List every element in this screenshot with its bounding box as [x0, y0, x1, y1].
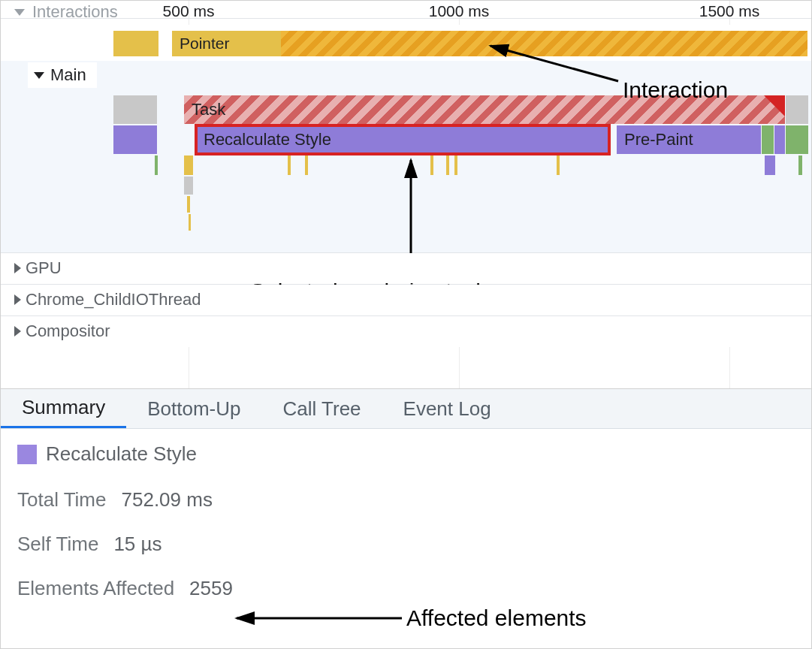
flame-block[interactable] [113, 95, 157, 124]
summary-title: Recalculate Style [17, 442, 795, 466]
interaction-event[interactable] [113, 31, 158, 56]
ruler-tick: 1500 ms [699, 2, 760, 20]
summary-label: Elements Affected [17, 577, 174, 600]
flame-block[interactable] [155, 155, 158, 175]
flame-block[interactable] [786, 125, 808, 154]
flame-block[interactable] [774, 125, 785, 154]
color-swatch-purple [17, 445, 37, 464]
chevron-right-icon [14, 326, 21, 337]
summary-value: 752.09 ms [122, 488, 213, 512]
summary-value: 15 µs [113, 533, 161, 556]
summary-row: Total Time 752.09 ms [17, 488, 795, 512]
gpu-track[interactable]: GPU [1, 252, 811, 284]
flame-block[interactable] [184, 155, 193, 175]
flame-label: Pre-Paint [624, 130, 693, 149]
chevron-down-icon [34, 72, 44, 79]
flame-block[interactable] [798, 155, 802, 175]
tab-call-tree[interactable]: Call Tree [262, 389, 382, 428]
task-label: Task [192, 100, 225, 119]
compositor-track[interactable]: Compositor [1, 315, 811, 347]
flame-block[interactable] [288, 155, 291, 175]
flame-block[interactable] [765, 155, 775, 175]
summary-row: Elements Affected 2559 [17, 577, 795, 600]
child-io-track[interactable]: Chrome_ChildIOThread [1, 284, 811, 315]
flame-block-recalculate-style[interactable]: Recalculate Style [196, 125, 609, 154]
flame-block[interactable] [786, 95, 808, 124]
summary-event-name: Recalculate Style [46, 442, 197, 466]
flame-block[interactable] [557, 155, 560, 175]
interaction-event-pointer[interactable]: Pointer [172, 31, 281, 56]
flame-label: Recalculate Style [204, 130, 331, 149]
summary-panel: Recalculate Style Total Time 752.09 ms S… [1, 429, 811, 635]
interactions-track[interactable]: Pointer [1, 25, 811, 61]
summary-value: 2559 [189, 577, 233, 600]
flame-block[interactable] [305, 155, 308, 175]
summary-row: Self Time 15 µs [17, 533, 795, 556]
flame-block-pre-paint[interactable]: Pre-Paint [617, 125, 761, 154]
flame-block[interactable] [454, 155, 457, 175]
track-label: Chrome_ChildIOThread [26, 290, 201, 309]
flame-block[interactable] [762, 125, 774, 154]
time-ruler[interactable]: 500 ms 1000 ms 1500 ms [1, 1, 811, 19]
chevron-down-icon [14, 9, 25, 16]
interaction-label: Pointer [180, 35, 230, 53]
ruler-tick: 500 ms [163, 2, 215, 20]
performance-timeline[interactable]: 500 ms 1000 ms 1500 ms Interactions Poin… [1, 1, 811, 388]
flame-block[interactable] [184, 177, 193, 195]
summary-label: Self Time [17, 533, 98, 556]
track-label: Compositor [26, 321, 110, 341]
chevron-right-icon [14, 294, 21, 305]
detail-tabs: Summary Bottom-Up Call Tree Event Log [1, 388, 811, 429]
tab-summary[interactable]: Summary [1, 389, 126, 428]
flame-block[interactable] [430, 155, 433, 175]
tab-event-log[interactable]: Event Log [382, 389, 512, 428]
long-task-indicator [764, 95, 785, 116]
track-label: Main [50, 65, 86, 85]
track-label: GPU [26, 258, 62, 278]
ruler-tick: 1000 ms [429, 2, 490, 20]
interaction-overflow [281, 31, 807, 56]
flame-block[interactable] [113, 125, 157, 154]
flame-block[interactable] [446, 155, 449, 175]
track-header-main[interactable]: Main [28, 62, 97, 88]
flame-block-task[interactable]: Task [184, 95, 785, 124]
flame-block[interactable] [189, 214, 191, 231]
main-thread-track[interactable]: Main Task Recalculate Style Pre-Paint [1, 61, 811, 252]
track-label: Interactions [32, 2, 118, 22]
summary-label: Total Time [17, 488, 107, 512]
tab-bottom-up[interactable]: Bottom-Up [126, 389, 261, 428]
flame-block[interactable] [187, 196, 190, 213]
chevron-right-icon [14, 263, 21, 273]
